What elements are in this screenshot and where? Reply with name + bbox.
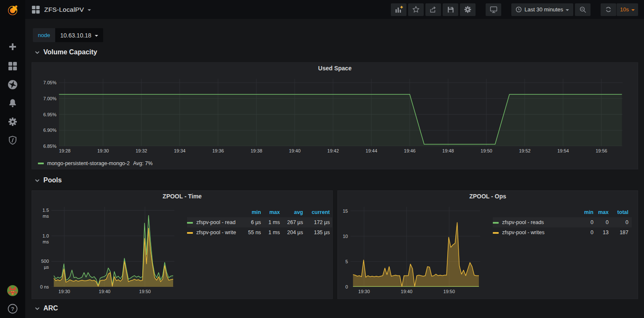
y-axis-tick: 7.05% [35,80,56,86]
x-axis-tick: 19:38 [244,148,269,153]
x-axis-tick: 19:30 [351,289,377,294]
chevron-down-icon [88,9,91,11]
x-axis-tick: 19:30 [52,289,77,294]
magnifier-minus-icon [579,6,587,13]
row-arc[interactable]: ARC [35,305,58,312]
zpool-time-chart: 0 ns500 µs1.0 ms1.5 ms19:3019:4019:50 [35,202,185,296]
y-axis-tick: 15 [341,208,348,214]
add-panel-button[interactable] [391,3,406,16]
tv-kiosk-button[interactable] [486,3,501,16]
chevron-down-icon [35,178,40,183]
legend-max-value: 1 ms [265,217,283,227]
legend-max-value: 0 [597,217,612,227]
x-axis-tick: 19:40 [282,148,307,153]
x-axis-tick: 19:50 [436,289,462,294]
x-axis-tick: 19:30 [91,148,116,153]
series-color-swatch [187,232,193,234]
clock-icon [516,6,522,13]
legend-series-name[interactable]: mongo-persistent-storage-mongo-2 [47,160,130,166]
legend-total-value: 0 [612,217,632,227]
panel-zpool-time: ZPOOL - Time 0 ns500 µs1.0 ms1.5 ms19:30… [32,190,333,299]
x-axis-tick: 19:40 [394,289,419,294]
legend-min-value: 6 µs [239,217,264,227]
dashboard-grid-icon [31,5,40,14]
y-axis-tick: 0 ns [35,284,49,290]
panel-used-space: Used Space 6.85%6.90%6.95%7.00%7.05%19:2… [32,62,638,169]
refresh-button[interactable] [601,3,616,16]
legend-header-total[interactable]: total [612,208,632,217]
navbar: ZFS-LocalPV [25,0,644,19]
legend-total-value: 187 [612,227,632,238]
legend-min-value: 55 ns [239,227,264,238]
legend-max-value: 13 [597,227,612,238]
legend-min-value: 0 [564,227,597,238]
zoom-out-button[interactable] [575,3,591,16]
row-title: Volume Capacity [43,48,97,56]
row-title: ARC [43,305,58,312]
panel-title[interactable]: ZPOOL - Time [32,191,332,202]
zpool-ops-plot[interactable] [350,207,480,287]
svg-text:?: ? [11,306,14,312]
row-pools[interactable]: Pools [35,176,62,184]
legend-row-write: zfspv-pool - write 55 ns 1 ms 204 µs 135… [187,227,333,238]
node-variable-value: 10.63.10.18 [60,32,91,39]
legend-row-writes: zfspv-pool - writes 0 13 187 [493,227,632,238]
x-axis-tick: 19:50 [132,289,158,294]
chevron-down-icon [631,9,635,11]
row-volume-capacity[interactable]: Volume Capacity [35,48,97,56]
used-space-plot[interactable] [59,79,623,146]
alerting-icon[interactable] [0,96,25,110]
used-space-legend: mongo-persistent-storage-mongo-2 Avg: 7% [38,160,152,166]
legend-header-min[interactable]: min [564,208,597,217]
y-axis-tick: 5 [341,259,348,265]
help-icon[interactable]: ? [0,302,25,316]
save-button[interactable] [443,3,458,16]
legend-avg-value: Avg: 7% [133,160,152,166]
legend-series-name: zfspv-pool - read [196,219,235,225]
add-icon[interactable] [0,40,25,54]
legend-row-read: zfspv-pool - read 6 µs 1 ms 267 µs 172 µ… [187,217,333,227]
zpool-ops-chart: 05101519:3019:4019:50 [341,202,491,296]
explore-icon[interactable] [0,77,25,92]
legend-header-avg[interactable]: avg [283,208,306,217]
legend-header-min[interactable]: min [239,208,264,217]
refresh-interval-picker[interactable]: 10s [617,3,638,16]
zpool-ops-legend: min max total zfspv-pool - reads 0 0 0 z… [493,208,635,246]
x-axis-tick: 19:54 [550,148,576,153]
node-variable-dropdown[interactable]: 10.63.10.18 [55,28,103,42]
panel-title[interactable]: ZPOOL - Ops [338,191,638,202]
star-button[interactable] [408,3,424,16]
avatar[interactable] [0,283,25,298]
grafana-logo-icon[interactable] [0,3,25,17]
settings-gear-button[interactable] [460,3,476,16]
server-admin-shield-icon[interactable] [0,133,25,147]
dashboard-title-menu[interactable]: ZFS-LocalPV [31,5,91,14]
dashboards-icon[interactable] [0,59,25,73]
y-axis-tick: 1.5 ms [35,207,49,219]
refresh-controls: 10s [601,3,638,16]
legend-header-max[interactable]: max [265,208,283,217]
legend-header-current[interactable]: current [307,208,333,217]
refresh-icon [605,6,612,13]
dashboard-title: ZFS-LocalPV [44,6,84,13]
zpool-time-plot[interactable] [51,207,174,287]
refresh-interval-label: 10s [620,6,629,13]
x-axis-tick: 19:48 [436,148,461,153]
panel-title[interactable]: Used Space [32,63,638,74]
legend-header-max[interactable]: max [597,208,612,217]
legend-series-name: zfspv-pool - write [196,230,236,235]
grafana-dashboard: ? ZFS-LocalPV [0,0,644,318]
y-axis-tick: 7.00% [35,96,56,102]
time-range-label: Last 30 minutes [524,6,563,13]
x-axis-tick: 19:32 [129,148,154,153]
plus-icon [400,6,403,8]
share-button[interactable] [425,3,441,16]
configuration-gear-icon[interactable] [0,115,25,129]
y-axis-tick: 0 [341,284,348,290]
time-range-picker[interactable]: Last 30 minutes [511,3,573,16]
legend-current-value: 172 µs [307,217,333,227]
chevron-down-icon [35,50,40,55]
legend-avg-value: 267 µs [283,217,306,227]
used-space-chart: 6.85%6.90%6.95%7.00%7.05%19:2819:3019:32… [35,74,634,161]
row-title: Pools [43,176,62,184]
